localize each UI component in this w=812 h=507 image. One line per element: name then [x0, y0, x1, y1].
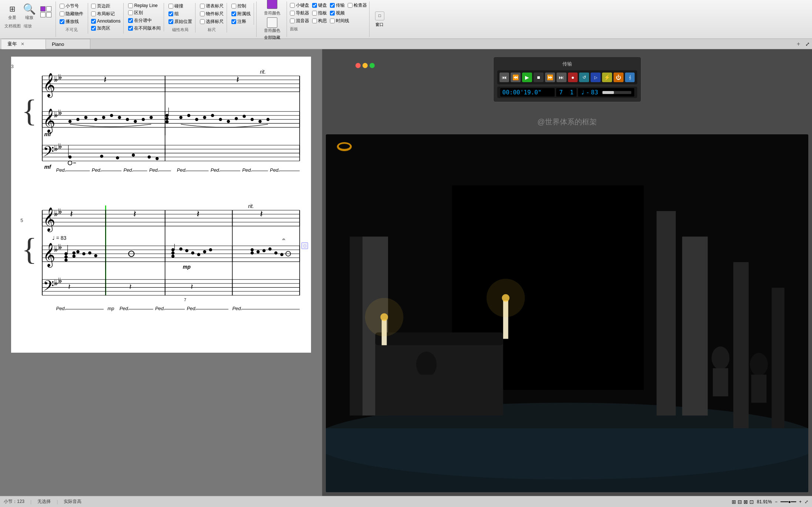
cb-highlight[interactable]: 加亮区 [91, 25, 120, 31]
panorama-button[interactable]: ⊞ 全景 [4, 2, 20, 21]
record-btn[interactable]: ● [568, 73, 578, 82]
svg-point-157 [251, 251, 254, 255]
svg-point-138 [72, 251, 76, 255]
svg-point-76 [156, 157, 159, 160]
svg-text:𝄞: 𝄞 [43, 207, 55, 232]
cb-comment[interactable]: 注释 [231, 19, 251, 25]
svg-point-134 [64, 252, 68, 256]
svg-point-161 [274, 251, 278, 255]
cb-page-margin[interactable]: 页边距 [91, 3, 120, 9]
svg-point-159 [263, 249, 266, 252]
nav-icons[interactable]: ⊞ ⊟ ⊠ ⊡ [732, 499, 754, 505]
window-close-btn[interactable] [355, 63, 361, 68]
cb-mixer[interactable]: 混音器 [290, 18, 309, 24]
staccato-btn[interactable]: 𝄞 [625, 73, 635, 82]
window-button[interactable]: □ [375, 11, 384, 20]
svg-text:𝄢: 𝄢 [43, 278, 54, 297]
svg-rect-200 [733, 262, 748, 428]
tab-piano[interactable]: Piano [46, 39, 90, 49]
score-area[interactable]: 3 { [0, 49, 322, 496]
cb-layout-mark[interactable]: 布局标记 [91, 11, 120, 17]
svg-point-135 [64, 255, 68, 259]
tab-close-tongnianen[interactable]: ✕ [20, 41, 25, 47]
cb-timeline[interactable]: 时间线 [330, 18, 349, 24]
cb-qubie[interactable]: 区别 [128, 10, 161, 16]
note-color-label: 音符颜色 [264, 10, 280, 16]
svg-rect-215 [751, 375, 766, 403]
svg-text:rit.: rit. [248, 203, 254, 209]
power-btn[interactable]: ⏻ [614, 73, 624, 82]
cb-replay-line[interactable]: Replay Line [128, 3, 161, 8]
cb-fingerboard[interactable]: 指板 [312, 10, 327, 16]
svg-text:𝄞: 𝄞 [43, 73, 55, 98]
rewind-btn[interactable]: ⏪ [511, 73, 521, 82]
status-selection: 无选择 [37, 498, 51, 505]
cb-zu[interactable]: 组 [168, 11, 192, 17]
svg-point-41 [179, 116, 183, 119]
cb-buzaitong[interactable]: 在不同版本间 [128, 25, 161, 31]
cb-keyboard[interactable]: 小键盘 [290, 2, 309, 9]
svg-point-214 [750, 353, 768, 376]
time-display: 00:00'19.0" [500, 88, 555, 97]
full-hide-btn[interactable]: 全部隐藏 [264, 35, 280, 40]
view-mode-button[interactable] [39, 6, 53, 18]
cb-control[interactable]: 控制 [231, 3, 251, 9]
svg-text:𝄫: 𝄫 [54, 246, 58, 253]
svg-point-153 [203, 250, 206, 254]
svg-point-74 [132, 154, 135, 157]
cb-checker[interactable]: 检查器 [348, 2, 367, 9]
zoom-in-btn[interactable]: + [799, 499, 802, 504]
cb-hidden[interactable]: 隐藏物件 [60, 11, 83, 17]
cb-yuanshi[interactable]: 原始位置 [168, 19, 192, 25]
svg-text:mf: mf [44, 131, 52, 137]
zoom-slider[interactable]: ━━━●━━ [781, 499, 796, 504]
expand-icon[interactable]: ⤢ [805, 499, 808, 504]
cb-collision[interactable]: 碰撞 [168, 3, 192, 9]
status-playback-label: 实际音高 [64, 498, 81, 505]
window-minimize-btn[interactable] [362, 63, 368, 68]
window-section: □ 窗口 [370, 1, 389, 37]
svg-rect-216 [326, 428, 808, 492]
loop-btn[interactable]: ↺ [579, 73, 589, 82]
svg-text:Ped.: Ped. [187, 306, 197, 311]
window-fullscreen-btn[interactable] [370, 63, 375, 68]
cb-ideas[interactable]: 构思 [312, 18, 327, 24]
cb-play-line[interactable]: 播放线 [60, 19, 83, 25]
cb-transfer[interactable]: 传输 [330, 2, 345, 9]
cb-annotations[interactable]: Annotations [91, 19, 120, 24]
zoom-button[interactable]: 🔍 缩放 [21, 2, 37, 21]
play-btn[interactable]: ▶ [522, 73, 532, 82]
note-color-swatch-white[interactable] [267, 17, 277, 28]
cb-video[interactable]: 视频 [330, 10, 345, 16]
tab-expand-button[interactable]: ⤢ [803, 39, 812, 49]
zoom-percent: 81.91% [757, 499, 772, 504]
cb-keys[interactable]: 键盘 [312, 2, 327, 9]
note-color-swatch-purple[interactable] [267, 0, 277, 9]
svg-point-31 [76, 118, 80, 121]
status-measure: 小节：123 [4, 498, 24, 505]
tab-tongnianen[interactable]: 童年 ✕ [1, 39, 46, 49]
cb-attach[interactable]: 附属线 [231, 11, 251, 17]
svg-point-68 [68, 155, 72, 159]
lightning-btn[interactable]: ⚡ [602, 73, 612, 82]
play-selection-btn[interactable]: ▷ [591, 73, 601, 82]
fast-forward-btn[interactable]: ⏩ [545, 73, 555, 82]
video-content [326, 134, 808, 492]
svg-text:𝄫: 𝄫 [54, 279, 58, 286]
tab-add-button[interactable]: + [794, 39, 803, 49]
svg-text:mf: mf [44, 164, 52, 170]
tempo-bar[interactable] [602, 91, 631, 94]
cb-obj-ruler[interactable]: 物件标尺 [200, 11, 224, 17]
cb-measure-num[interactable]: 小节号 [60, 3, 83, 9]
skip-to-end-btn[interactable]: ⏭ [557, 73, 567, 82]
cb-sel-ruler[interactable]: 选择标尺 [200, 19, 224, 25]
score-content: 3 { [11, 57, 311, 353]
stop-btn[interactable]: ■ [534, 73, 544, 82]
rewind-to-start-btn[interactable]: ⏮ [499, 73, 509, 82]
ruler-label: 标尺 [208, 26, 216, 33]
cb-navi[interactable]: 导航器 [290, 10, 309, 16]
cb-score-ruler[interactable]: 谱表标尺 [200, 3, 224, 9]
zoom-icon: 🔍 [23, 3, 35, 15]
zoom-out-btn[interactable]: − [775, 499, 778, 504]
cb-zaifenzhong[interactable]: 在分谱中 [128, 17, 161, 24]
